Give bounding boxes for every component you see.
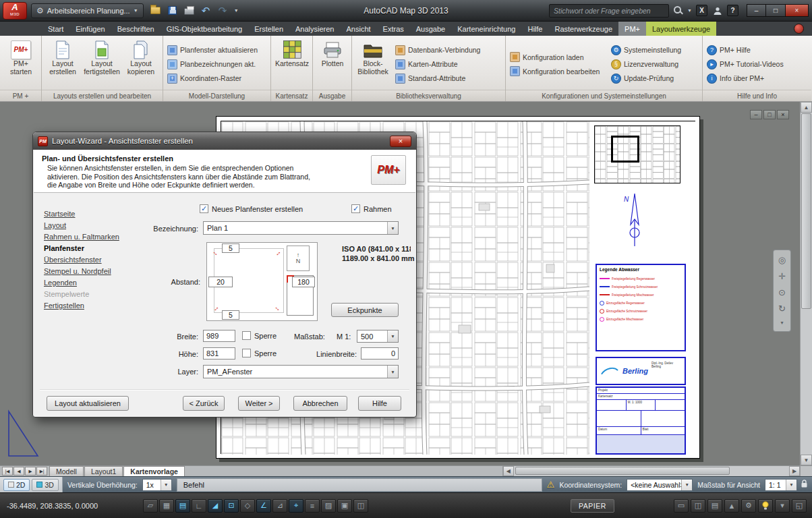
frame-checkbox[interactable]: ✓	[351, 204, 360, 213]
dynamic-ucs-icon[interactable]: ⊿	[272, 499, 287, 513]
navigation-wheel-icon[interactable]: ◎	[778, 256, 786, 264]
pm-hilfe-button[interactable]: ?PM+ Hilfe	[707, 45, 807, 55]
linienbreite-field[interactable]: 0	[361, 347, 399, 359]
new-viewport-checkbox[interactable]: ✓	[200, 204, 208, 213]
horizontal-scroll-thumb[interactable]	[515, 467, 730, 475]
tab-beschriften[interactable]: Beschriften	[111, 22, 161, 36]
systemeinstellung-button[interactable]: ⚙Systemeinstellung	[611, 45, 700, 55]
layer-select[interactable]: PM_AFenster▼	[203, 365, 399, 378]
doc-close-button[interactable]: ×	[777, 110, 789, 119]
massstab-select[interactable]: 500▼	[357, 330, 399, 343]
tab-pm-plus[interactable]: PM+	[618, 22, 646, 36]
vertical-exaggeration-select[interactable]: 1x▼	[142, 479, 172, 491]
panel-title-pm[interactable]: PM +	[0, 90, 41, 101]
layout-kopieren-button[interactable]: Layout kopieren	[121, 37, 161, 76]
help-icon[interactable]: ?	[727, 5, 738, 16]
viewport-lock-icon[interactable]	[801, 480, 808, 490]
quick-view-drawings-icon[interactable]: ▤	[707, 499, 722, 513]
chevron-down-icon[interactable]: ▼	[161, 480, 171, 490]
scroll-left-icon[interactable]: ◀	[503, 466, 514, 476]
update-pruefung-button[interactable]: ↻Update-Prüfung	[611, 74, 700, 84]
horizontal-scroll-track[interactable]	[514, 466, 789, 476]
status-caret-icon[interactable]: ▾	[775, 499, 790, 513]
layout-fertigstellen-button[interactable]: Layout fertigstellen	[82, 37, 121, 76]
object-snap-icon[interactable]: ⊡	[224, 499, 239, 513]
dialog-close-button[interactable]: ×	[390, 136, 411, 147]
margin-right-field[interactable]: 180	[292, 277, 315, 287]
model-paper-toggle-icon[interactable]: ▭	[674, 499, 689, 513]
planfenster-aktualisieren-button[interactable]: Planfenster aktualisieren	[167, 45, 258, 55]
search-icon[interactable]	[673, 5, 683, 16]
wizard-nav-startseite[interactable]: Startseite	[44, 210, 182, 221]
snap-icon[interactable]: ▦	[159, 499, 174, 513]
tab-ausgabe[interactable]: Ausgabe	[410, 22, 451, 36]
3d-toggle[interactable]: 3D	[32, 479, 58, 491]
panel-title-ausgabe[interactable]: Ausgabe	[313, 90, 351, 101]
search-caret-icon[interactable]: ▼	[687, 8, 692, 13]
tab-extras[interactable]: Extras	[377, 22, 410, 36]
last-tab-icon[interactable]: ▶|	[36, 467, 47, 476]
wizard-nav-planfenster[interactable]: Planfenster	[44, 244, 182, 256]
scroll-down-icon[interactable]: ▼	[801, 455, 812, 465]
wizard-nav-rahmen[interactable]: Rahmen u. Faltmarken	[44, 233, 182, 244]
transparency-icon[interactable]: ▨	[321, 499, 336, 513]
dialog-titlebar[interactable]: PM Layout-Wizard - Ansichtsfenster erste…	[33, 132, 416, 150]
breite-field[interactable]: 989	[203, 330, 235, 342]
tab-rasterwerkzeuge[interactable]: Rasterwerkzeuge	[548, 22, 618, 36]
margin-top-field[interactable]: 5	[222, 243, 239, 253]
lizenzverwaltung-button[interactable]: §Lizenzverwaltung	[611, 59, 700, 69]
coordinate-system-select[interactable]: <keine Auswahl>▼	[627, 479, 693, 491]
next-tab-icon[interactable]: ▶	[25, 467, 36, 476]
infer-constraints-icon[interactable]: ▱	[143, 499, 158, 513]
datenbank-verbindung-button[interactable]: Datenbank-Verbindung	[395, 45, 501, 55]
hoehe-field[interactable]: 831	[203, 347, 235, 359]
first-tab-icon[interactable]: |◀	[2, 467, 13, 476]
minimize-button[interactable]: –	[747, 4, 766, 17]
drawing-area[interactable]: N Legende Abwasser Freispiegelleitung Re…	[0, 102, 812, 465]
zoom-icon[interactable]: ⊙	[778, 288, 786, 297]
chevron-down-icon[interactable]: ▼	[681, 480, 692, 490]
panel-title-layouts[interactable]: Layouts erstellen und bearbeiten	[42, 90, 163, 101]
koordinaten-raster-button[interactable]: +Koordinaten-Raster	[167, 74, 258, 84]
undo-button[interactable]: ↶	[200, 5, 212, 16]
exchange-apps-icon[interactable]: X	[696, 5, 707, 16]
sign-in-icon[interactable]	[712, 5, 723, 16]
workspace-gear-icon[interactable]: ⚙	[741, 499, 756, 513]
infocenter-status-icon[interactable]	[794, 24, 804, 34]
scroll-up-icon[interactable]: ▲	[801, 102, 812, 113]
eckpunkte-button[interactable]: Eckpunkte	[331, 303, 399, 317]
object-snap-tracking-icon[interactable]: ∠	[256, 499, 271, 513]
wizard-nav-fertigstellen[interactable]: Fertigstellen	[44, 301, 182, 313]
selection-cycling-icon[interactable]: ◫	[353, 499, 368, 513]
tab-hilfe[interactable]: Hilfe	[521, 22, 548, 36]
app-menu-button[interactable]: AM3D	[3, 2, 27, 20]
weiter-button[interactable]: Weiter >	[238, 396, 280, 411]
tab-modell[interactable]: Modell	[49, 466, 84, 476]
karten-attribute-button[interactable]: Karten-Attribute	[395, 59, 501, 69]
tab-ansicht[interactable]: Ansicht	[341, 22, 377, 36]
search-input[interactable]	[549, 4, 669, 18]
kartensatz-button[interactable]: Kartensatz	[272, 37, 312, 68]
save-button[interactable]	[167, 5, 178, 16]
sperre-breite-checkbox[interactable]	[242, 331, 251, 340]
grid-icon[interactable]: ▤	[175, 499, 190, 513]
polar-tracking-icon[interactable]: ◢	[208, 499, 223, 513]
tab-einfuegen[interactable]: Einfügen	[69, 22, 111, 36]
prev-tab-icon[interactable]: ◀	[13, 467, 24, 476]
layout-erstellen-button[interactable]: Layout erstellen	[43, 37, 82, 76]
command-line[interactable]: Befehl	[177, 478, 542, 492]
tab-start[interactable]: Start	[42, 22, 69, 36]
abbrechen-button[interactable]: Abbrechen	[293, 396, 347, 411]
chevron-down-icon[interactable]: ▼	[387, 222, 398, 234]
vertical-scroll-thumb[interactable]	[801, 113, 811, 309]
redo-button[interactable]: ↷	[217, 5, 229, 16]
close-button[interactable]: ×	[786, 4, 809, 17]
tab-karteneinrichtung[interactable]: Karteneinrichtung	[451, 22, 521, 36]
panel-title-bibliothek[interactable]: Bibliotheksverwaltung	[352, 90, 505, 101]
open-button[interactable]	[150, 5, 161, 16]
wizard-nav-uebersichtsfenster[interactable]: Übersichtsfenster	[44, 256, 182, 267]
orbit-icon[interactable]: ↻	[778, 304, 786, 313]
quick-properties-icon[interactable]: ▣	[337, 499, 352, 513]
chevron-down-icon[interactable]: ▼	[786, 480, 796, 490]
3d-object-snap-icon[interactable]: ◇	[240, 499, 255, 513]
